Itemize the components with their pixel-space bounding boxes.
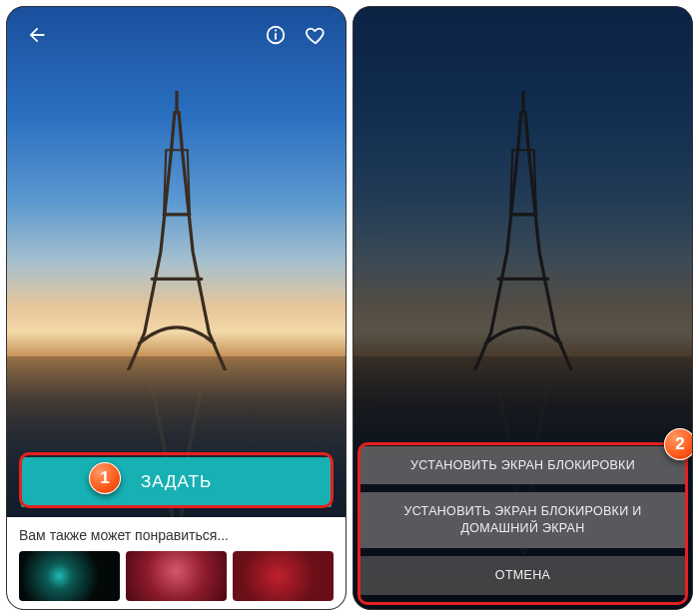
cancel-button[interactable]: ОТМЕНА <box>359 556 686 595</box>
set-lockscreen-and-home-button[interactable]: УСТАНОВИТЬ ЭКРАН БЛОКИРОВКИ И ДОМАШНИЙ Э… <box>359 492 686 548</box>
annotation-step-1: 1 <box>89 462 121 494</box>
top-bar <box>7 7 346 63</box>
recommendation-thumbnails <box>19 551 334 601</box>
recommendations-panel: Вам также может понравиться... <box>7 517 346 609</box>
recommendation-thumb[interactable] <box>233 551 334 601</box>
recommendation-thumb[interactable] <box>19 551 120 601</box>
set-lockscreen-button[interactable]: УСТАНОВИТЬ ЭКРАН БЛОКИРОВКИ <box>359 446 686 485</box>
recommendations-title: Вам также может понравиться... <box>19 527 334 543</box>
bottom-panel: ЗАДАТЬ Вам также может понравиться... <box>7 457 346 609</box>
recommendation-thumb[interactable] <box>126 551 227 601</box>
info-button[interactable] <box>256 15 296 55</box>
annotation-step-2: 2 <box>664 428 693 460</box>
svg-rect-1 <box>275 33 277 39</box>
back-button[interactable] <box>17 15 57 55</box>
right-screenshot: УСТАНОВИТЬ ЭКРАН БЛОКИРОВКИ УСТАНОВИТЬ Э… <box>352 6 693 610</box>
action-sheet: УСТАНОВИТЬ ЭКРАН БЛОКИРОВКИ УСТАНОВИТЬ Э… <box>353 446 692 610</box>
set-wallpaper-button[interactable]: ЗАДАТЬ <box>21 457 332 507</box>
favorite-button[interactable] <box>296 15 336 55</box>
left-screenshot: ЗАДАТЬ Вам также может понравиться... 1 <box>6 6 347 610</box>
svg-rect-2 <box>275 30 277 32</box>
